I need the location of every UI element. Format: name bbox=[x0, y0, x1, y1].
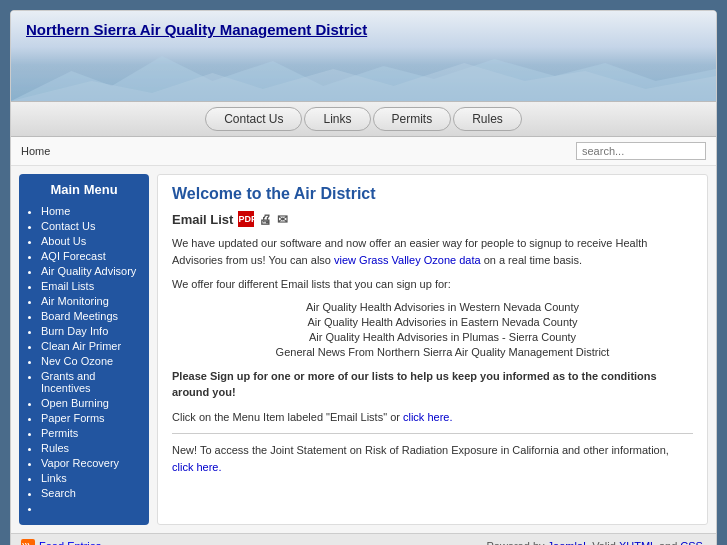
site-header: Northern Sierra Air Quality Management D… bbox=[11, 11, 716, 101]
list-item: Permits bbox=[41, 427, 141, 439]
sidebar-item-clean[interactable]: Clean Air Primer bbox=[41, 340, 121, 352]
list-item: AQI Forecast bbox=[41, 250, 141, 262]
and-text: and bbox=[659, 540, 677, 545]
new-notice-paragraph: New! To access the Joint Statement on Ri… bbox=[172, 442, 693, 475]
sidebar-item-search[interactable]: Search bbox=[41, 487, 76, 499]
list-item: Nev Co Ozone bbox=[41, 355, 141, 367]
breadcrumb-home[interactable]: Home bbox=[21, 145, 50, 157]
sidebar-item-home[interactable]: Home bbox=[41, 205, 70, 217]
sidebar-item-advisory[interactable]: Air Quality Advisory bbox=[41, 265, 136, 277]
list-item bbox=[41, 502, 141, 514]
footer-right: Powered by Joomla!. Valid XHTML and CSS. bbox=[486, 540, 706, 545]
new-notice-text: New! To access the Joint Statement on Ri… bbox=[172, 444, 669, 456]
sidebar-item-vapor[interactable]: Vapor Recovery bbox=[41, 457, 119, 469]
sidebar-item-contact[interactable]: Contact Us bbox=[41, 220, 95, 232]
search-input[interactable] bbox=[576, 142, 706, 160]
list-item: Air Quality Advisory bbox=[41, 265, 141, 277]
sidebar-item-email[interactable]: Email Lists bbox=[41, 280, 94, 292]
sidebar-item-paper[interactable]: Paper Forms bbox=[41, 412, 105, 424]
list-item: Air Quality Health Advisories in Western… bbox=[192, 301, 693, 313]
main-content: Welcome to the Air District Email List P… bbox=[157, 174, 708, 525]
sidebar-item-aqi[interactable]: AQI Forecast bbox=[41, 250, 106, 262]
breadcrumb-row: Home bbox=[11, 137, 716, 166]
list-item: Links bbox=[41, 472, 141, 484]
sidebar-item-burn[interactable]: Burn Day Info bbox=[41, 325, 108, 337]
list-item: Contact Us bbox=[41, 220, 141, 232]
print-icon[interactable]: 🖨 bbox=[259, 212, 272, 227]
sidebar-item-permits[interactable]: Permits bbox=[41, 427, 78, 439]
site-title[interactable]: Northern Sierra Air Quality Management D… bbox=[26, 21, 701, 38]
list-item: Grants and Incentives bbox=[41, 370, 141, 394]
sidebar-item-links[interactable]: Links bbox=[41, 472, 67, 484]
list-item: Search bbox=[41, 487, 141, 499]
page-title: Welcome to the Air District bbox=[172, 185, 693, 203]
sidebar-item-grants[interactable]: Grants and Incentives bbox=[41, 370, 95, 394]
list-item: Clean Air Primer bbox=[41, 340, 141, 352]
intro-text-end: on a real time basis. bbox=[484, 254, 582, 266]
list-item: Rules bbox=[41, 442, 141, 454]
click-prefix: Click on the Menu Item labeled "Email Li… bbox=[172, 411, 400, 423]
sidebar: Main Menu Home Contact Us About Us AQI F… bbox=[19, 174, 149, 525]
list-item: Air Monitoring bbox=[41, 295, 141, 307]
sidebar-item-nev[interactable]: Nev Co Ozone bbox=[41, 355, 113, 367]
offer-text: We offer four different Email lists that… bbox=[172, 276, 693, 293]
feed-link[interactable]: Feed Entries bbox=[39, 540, 101, 545]
click-text: Click on the Menu Item labeled "Email Li… bbox=[172, 409, 693, 426]
sidebar-menu: Home Contact Us About Us AQI Forecast Ai… bbox=[27, 205, 141, 514]
new-notice-link[interactable]: click here. bbox=[172, 461, 222, 473]
powered-by-text: Powered by bbox=[486, 540, 544, 545]
intro-paragraph: We have updated our software and now off… bbox=[172, 235, 693, 268]
css-link[interactable]: CSS bbox=[680, 540, 703, 545]
email-list-section-header: Email List PDF 🖨 ✉ bbox=[172, 211, 693, 227]
list-item: Board Meetings bbox=[41, 310, 141, 322]
sidebar-title: Main Menu bbox=[27, 182, 141, 197]
rss-icon bbox=[21, 539, 35, 545]
nav-permits[interactable]: Permits bbox=[373, 107, 452, 131]
sidebar-item-board[interactable]: Board Meetings bbox=[41, 310, 118, 322]
section-divider bbox=[172, 433, 693, 434]
content-area: Main Menu Home Contact Us About Us AQI F… bbox=[11, 166, 716, 533]
nav-links[interactable]: Links bbox=[304, 107, 370, 131]
footer-feed: Feed Entries bbox=[21, 539, 101, 545]
email-icon[interactable]: ✉ bbox=[277, 212, 288, 227]
email-list-items: Air Quality Health Advisories in Western… bbox=[192, 301, 693, 358]
valid-text: Valid bbox=[592, 540, 616, 545]
sidebar-item-rules[interactable]: Rules bbox=[41, 442, 69, 454]
sidebar-item-about[interactable]: About Us bbox=[41, 235, 86, 247]
list-item: Open Burning bbox=[41, 397, 141, 409]
list-item: Home bbox=[41, 205, 141, 217]
list-item: Vapor Recovery bbox=[41, 457, 141, 469]
signup-bold: Please Sign up for one or more of our li… bbox=[172, 368, 693, 401]
list-item: General News From Northern Sierra Air Qu… bbox=[192, 346, 693, 358]
pdf-icon: PDF bbox=[238, 211, 254, 227]
sidebar-item-monitoring[interactable]: Air Monitoring bbox=[41, 295, 109, 307]
grass-valley-link[interactable]: view Grass Valley Ozone data bbox=[334, 254, 481, 266]
list-item: About Us bbox=[41, 235, 141, 247]
nav-contact-us[interactable]: Contact Us bbox=[205, 107, 302, 131]
list-item: Air Quality Health Advisories in Plumas … bbox=[192, 331, 693, 343]
navigation-bar: Contact Us Links Permits Rules bbox=[11, 101, 716, 137]
joomla-link[interactable]: Joomla! bbox=[548, 540, 587, 545]
list-item: Burn Day Info bbox=[41, 325, 141, 337]
click-here-link[interactable]: click here. bbox=[403, 411, 453, 423]
email-list-heading: Email List bbox=[172, 212, 233, 227]
list-item: Paper Forms bbox=[41, 412, 141, 424]
list-item: Air Quality Health Advisories in Eastern… bbox=[192, 316, 693, 328]
xhtml-link[interactable]: XHTML bbox=[619, 540, 656, 545]
sidebar-item-open[interactable]: Open Burning bbox=[41, 397, 109, 409]
footer: Feed Entries Powered by Joomla!. Valid X… bbox=[11, 533, 716, 545]
nav-rules[interactable]: Rules bbox=[453, 107, 522, 131]
list-item: Email Lists bbox=[41, 280, 141, 292]
